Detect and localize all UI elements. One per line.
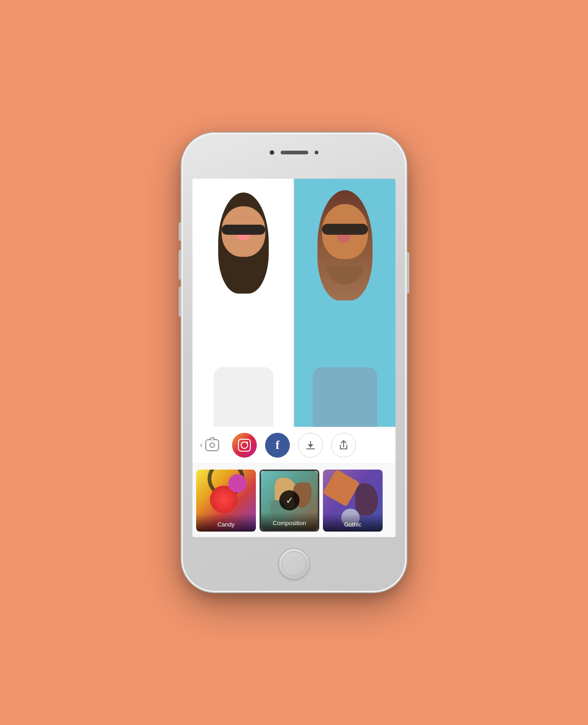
gothic-filter-label: Gothic bbox=[323, 514, 383, 532]
download-arrow-icon bbox=[310, 441, 311, 447]
filter-gallery: Candy ✓ Composition bbox=[192, 464, 396, 537]
power-button[interactable] bbox=[407, 252, 409, 294]
share-button[interactable] bbox=[331, 433, 356, 458]
stylized-photo-half bbox=[294, 179, 396, 427]
phone-device: ‹ f bbox=[181, 133, 407, 592]
share-icon bbox=[339, 440, 348, 450]
download-icon bbox=[306, 441, 315, 449]
camera-button[interactable] bbox=[205, 439, 219, 451]
facebook-button[interactable]: f bbox=[265, 433, 290, 458]
camera-lens-icon bbox=[209, 442, 215, 448]
original-photo-half bbox=[192, 179, 294, 427]
instagram-icon bbox=[238, 439, 251, 452]
selected-checkmark: ✓ bbox=[279, 490, 300, 510]
tongue-right bbox=[337, 235, 350, 243]
home-button-inner bbox=[282, 551, 306, 576]
instagram-button[interactable] bbox=[232, 433, 257, 458]
mute-button[interactable] bbox=[179, 222, 181, 241]
home-button[interactable] bbox=[278, 548, 310, 579]
filter-item-candy[interactable]: Candy bbox=[196, 470, 256, 532]
split-divider bbox=[294, 179, 294, 427]
glasses-left bbox=[221, 225, 265, 235]
phone-screen: ‹ f bbox=[192, 179, 396, 537]
phone-top-bar bbox=[270, 150, 318, 155]
gothic-shape-2 bbox=[355, 483, 378, 515]
image-preview-area bbox=[192, 179, 396, 427]
front-camera-icon bbox=[270, 150, 274, 155]
sensor-icon bbox=[315, 151, 318, 154]
speaker-icon bbox=[281, 151, 308, 154]
camera-bump bbox=[210, 437, 215, 440]
filter-item-gothic[interactable]: Gothic bbox=[323, 470, 383, 532]
download-button[interactable] bbox=[298, 433, 323, 458]
volume-up-button[interactable] bbox=[179, 250, 181, 280]
back-button[interactable]: ‹ bbox=[200, 439, 219, 451]
action-bar: ‹ f bbox=[192, 427, 396, 464]
download-line-icon bbox=[306, 448, 315, 449]
volume-down-button[interactable] bbox=[179, 287, 181, 317]
chevron-left-icon: ‹ bbox=[200, 440, 203, 450]
glasses-right bbox=[322, 224, 368, 235]
filter-item-composition[interactable]: ✓ Composition bbox=[260, 470, 319, 532]
candy-circle-2 bbox=[228, 474, 247, 493]
screen-content: ‹ f bbox=[192, 179, 396, 537]
facebook-label: f bbox=[276, 438, 280, 452]
candy-filter-label: Candy bbox=[196, 514, 256, 532]
shirt-left bbox=[214, 367, 273, 427]
composition-filter-label: Composition bbox=[261, 512, 318, 530]
gothic-shape-1 bbox=[323, 470, 360, 507]
shirt-right bbox=[313, 367, 377, 427]
split-image-container bbox=[192, 179, 396, 427]
